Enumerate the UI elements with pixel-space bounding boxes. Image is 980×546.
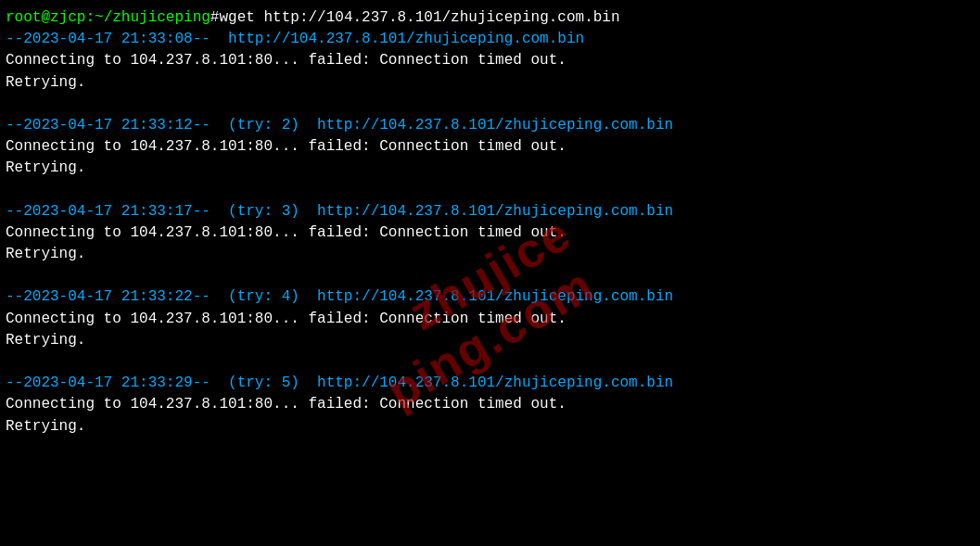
output-line-15: Retrying. (6, 330, 974, 351)
output-line-9: --2023-04-17 21:33:17-- (try: 3) http://… (6, 201, 974, 222)
output-line-17: --2023-04-17 21:33:29-- (try: 5) http://… (6, 373, 974, 394)
output-line-13: --2023-04-17 21:33:22-- (try: 4) http://… (6, 286, 974, 308)
output-line-19: Retrying. (6, 416, 974, 438)
terminal-window: root@zjcp:~/zhujiceping# wget http://104… (0, 0, 980, 546)
prompt-line: root@zjcp:~/zhujiceping# wget http://104… (6, 7, 974, 29)
output-line-1: --2023-04-17 21:33:08-- http://104.237.8… (6, 29, 974, 50)
output-line-11: Retrying. (6, 244, 974, 265)
output-line-2: Connecting to 104.237.8.101:80... failed… (6, 50, 974, 71)
prompt-command: wget http://104.237.8.101/zhujiceping.co… (219, 7, 619, 29)
prompt-user: root@zjcp (6, 7, 85, 29)
output-line-10: Connecting to 104.237.8.101:80... failed… (6, 222, 974, 244)
prompt-separator: : (85, 7, 95, 29)
output-line-14: Connecting to 104.237.8.101:80... failed… (6, 309, 974, 330)
output-line-18: Connecting to 104.237.8.101:80... failed… (6, 394, 974, 415)
output-line-16 (6, 351, 974, 373)
prompt-symbol: # (210, 7, 220, 29)
output-line-8 (6, 180, 974, 201)
output-line-3: Retrying. (6, 72, 974, 94)
output-line-12 (6, 265, 974, 286)
output-line-7: Retrying. (6, 158, 974, 179)
output-line-5: --2023-04-17 21:33:12-- (try: 2) http://… (6, 115, 974, 136)
output-line-4 (6, 94, 974, 115)
output-line-6: Connecting to 104.237.8.101:80... failed… (6, 136, 974, 158)
prompt-path: ~/zhujiceping (95, 7, 210, 29)
